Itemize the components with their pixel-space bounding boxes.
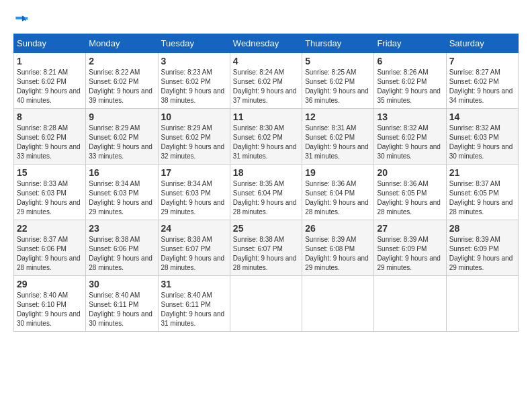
day-info: Sunrise: 8:39 AMSunset: 6:09 PMDaylight:… (449, 235, 515, 273)
day-info: Sunrise: 8:28 AMSunset: 6:02 PMDaylight:… (17, 124, 83, 161)
day-number: 7 (449, 56, 515, 66)
day-number: 20 (377, 167, 443, 178)
calendar-cell: 6Sunrise: 8:26 AMSunset: 6:02 PMDaylight… (374, 53, 446, 109)
calendar-cell (446, 276, 518, 332)
day-info: Sunrise: 8:32 AMSunset: 6:03 PMDaylight:… (449, 124, 515, 161)
day-number: 24 (161, 223, 227, 234)
day-info: Sunrise: 8:40 AMSunset: 6:11 PMDaylight:… (89, 291, 154, 328)
day-number: 12 (305, 111, 371, 122)
day-info: Sunrise: 8:25 AMSunset: 6:02 PMDaylight:… (305, 68, 371, 105)
calendar-cell: 28Sunrise: 8:39 AMSunset: 6:09 PMDayligh… (446, 220, 518, 276)
calendar-cell: 25Sunrise: 8:38 AMSunset: 6:07 PMDayligh… (230, 220, 302, 276)
day-number: 26 (305, 223, 371, 234)
day-info: Sunrise: 8:37 AMSunset: 6:05 PMDaylight:… (449, 179, 515, 217)
day-number: 18 (233, 167, 299, 178)
calendar-cell: 21Sunrise: 8:37 AMSunset: 6:05 PMDayligh… (446, 165, 518, 220)
day-info: Sunrise: 8:22 AMSunset: 6:02 PMDaylight:… (89, 68, 154, 105)
day-info: Sunrise: 8:29 AMSunset: 6:02 PMDaylight:… (89, 124, 154, 161)
header (13, 13, 519, 27)
calendar-cell: 30Sunrise: 8:40 AMSunset: 6:11 PMDayligh… (86, 276, 158, 332)
calendar-cell: 29Sunrise: 8:40 AMSunset: 6:10 PMDayligh… (14, 276, 86, 332)
day-number: 13 (377, 111, 443, 122)
day-info: Sunrise: 8:21 AMSunset: 6:02 PMDaylight:… (17, 68, 83, 105)
day-info: Sunrise: 8:33 AMSunset: 6:03 PMDaylight:… (17, 179, 83, 217)
day-number: 2 (89, 56, 154, 66)
day-number: 17 (161, 167, 227, 178)
day-info: Sunrise: 8:30 AMSunset: 6:02 PMDaylight:… (233, 124, 299, 161)
day-info: Sunrise: 8:36 AMSunset: 6:04 PMDaylight:… (305, 179, 371, 217)
day-info: Sunrise: 8:38 AMSunset: 6:07 PMDaylight:… (233, 235, 299, 273)
day-number: 23 (89, 223, 154, 234)
day-info: Sunrise: 8:23 AMSunset: 6:02 PMDaylight:… (161, 68, 227, 105)
day-number: 27 (377, 223, 443, 234)
day-number: 14 (449, 111, 515, 122)
calendar-cell: 20Sunrise: 8:36 AMSunset: 6:05 PMDayligh… (374, 165, 446, 220)
weekday-wednesday: Wednesday (230, 34, 302, 53)
calendar-cell: 22Sunrise: 8:37 AMSunset: 6:06 PMDayligh… (14, 220, 86, 276)
calendar-cell: 14Sunrise: 8:32 AMSunset: 6:03 PMDayligh… (446, 109, 518, 165)
day-info: Sunrise: 8:39 AMSunset: 6:09 PMDaylight:… (377, 235, 443, 273)
day-number: 16 (89, 167, 154, 178)
day-number: 10 (161, 111, 227, 122)
day-info: Sunrise: 8:34 AMSunset: 6:03 PMDaylight:… (161, 179, 227, 217)
weekday-friday: Friday (374, 34, 446, 53)
day-number: 8 (17, 111, 83, 122)
calendar-cell: 31Sunrise: 8:40 AMSunset: 6:11 PMDayligh… (158, 276, 230, 332)
day-info: Sunrise: 8:31 AMSunset: 6:02 PMDaylight:… (305, 124, 371, 161)
calendar-cell: 12Sunrise: 8:31 AMSunset: 6:02 PMDayligh… (302, 109, 374, 165)
weekday-tuesday: Tuesday (158, 34, 230, 53)
calendar-cell: 18Sunrise: 8:35 AMSunset: 6:04 PMDayligh… (230, 165, 302, 220)
day-info: Sunrise: 8:32 AMSunset: 6:02 PMDaylight:… (377, 124, 443, 161)
day-number: 29 (17, 279, 83, 289)
calendar-cell: 17Sunrise: 8:34 AMSunset: 6:03 PMDayligh… (158, 165, 230, 220)
calendar-cell: 11Sunrise: 8:30 AMSunset: 6:02 PMDayligh… (230, 109, 302, 165)
day-info: Sunrise: 8:35 AMSunset: 6:04 PMDaylight:… (233, 179, 299, 217)
calendar-cell (302, 276, 374, 332)
day-info: Sunrise: 8:29 AMSunset: 6:02 PMDaylight:… (161, 124, 227, 161)
day-number: 1 (17, 56, 83, 66)
calendar-cell: 9Sunrise: 8:29 AMSunset: 6:02 PMDaylight… (86, 109, 158, 165)
day-info: Sunrise: 8:40 AMSunset: 6:10 PMDaylight:… (17, 291, 83, 328)
day-number: 11 (233, 111, 299, 122)
day-number: 25 (233, 223, 299, 234)
day-number: 4 (233, 56, 299, 66)
calendar-cell: 16Sunrise: 8:34 AMSunset: 6:03 PMDayligh… (86, 165, 158, 220)
day-info: Sunrise: 8:38 AMSunset: 6:06 PMDaylight:… (89, 235, 154, 273)
calendar-cell: 5Sunrise: 8:25 AMSunset: 6:02 PMDaylight… (302, 53, 374, 109)
calendar-cell: 26Sunrise: 8:39 AMSunset: 6:08 PMDayligh… (302, 220, 374, 276)
day-number: 19 (305, 167, 371, 178)
calendar-cell: 13Sunrise: 8:32 AMSunset: 6:02 PMDayligh… (374, 109, 446, 165)
day-number: 5 (305, 56, 371, 66)
day-number: 9 (89, 111, 154, 122)
week-row-3: 15Sunrise: 8:33 AMSunset: 6:03 PMDayligh… (14, 165, 519, 220)
day-number: 28 (449, 223, 515, 234)
week-row-4: 22Sunrise: 8:37 AMSunset: 6:06 PMDayligh… (14, 220, 519, 276)
calendar-cell: 8Sunrise: 8:28 AMSunset: 6:02 PMDaylight… (14, 109, 86, 165)
weekday-sunday: Sunday (14, 34, 86, 53)
weekday-thursday: Thursday (302, 34, 374, 53)
day-info: Sunrise: 8:36 AMSunset: 6:05 PMDaylight:… (377, 179, 443, 217)
calendar-cell: 10Sunrise: 8:29 AMSunset: 6:02 PMDayligh… (158, 109, 230, 165)
weekday-monday: Monday (86, 34, 158, 53)
calendar-cell: 3Sunrise: 8:23 AMSunset: 6:02 PMDaylight… (158, 53, 230, 109)
calendar-cell: 7Sunrise: 8:27 AMSunset: 6:02 PMDaylight… (446, 53, 518, 109)
calendar-cell (374, 276, 446, 332)
logo (13, 13, 28, 27)
calendar-cell: 4Sunrise: 8:24 AMSunset: 6:02 PMDaylight… (230, 53, 302, 109)
calendar-table: SundayMondayTuesdayWednesdayThursdayFrid… (13, 34, 519, 332)
day-info: Sunrise: 8:34 AMSunset: 6:03 PMDaylight:… (89, 179, 154, 217)
week-row-2: 8Sunrise: 8:28 AMSunset: 6:02 PMDaylight… (14, 109, 519, 165)
day-number: 15 (17, 167, 83, 178)
day-number: 6 (377, 56, 443, 66)
day-info: Sunrise: 8:37 AMSunset: 6:06 PMDaylight:… (17, 235, 83, 273)
day-number: 30 (89, 279, 154, 289)
calendar-cell: 23Sunrise: 8:38 AMSunset: 6:06 PMDayligh… (86, 220, 158, 276)
calendar-cell: 19Sunrise: 8:36 AMSunset: 6:04 PMDayligh… (302, 165, 374, 220)
calendar-cell: 2Sunrise: 8:22 AMSunset: 6:02 PMDaylight… (86, 53, 158, 109)
logo-bird-icon (15, 13, 28, 27)
day-number: 22 (17, 223, 83, 234)
calendar-cell: 15Sunrise: 8:33 AMSunset: 6:03 PMDayligh… (14, 165, 86, 220)
day-number: 21 (449, 167, 515, 178)
day-number: 3 (161, 56, 227, 66)
day-info: Sunrise: 8:26 AMSunset: 6:02 PMDaylight:… (377, 68, 443, 105)
